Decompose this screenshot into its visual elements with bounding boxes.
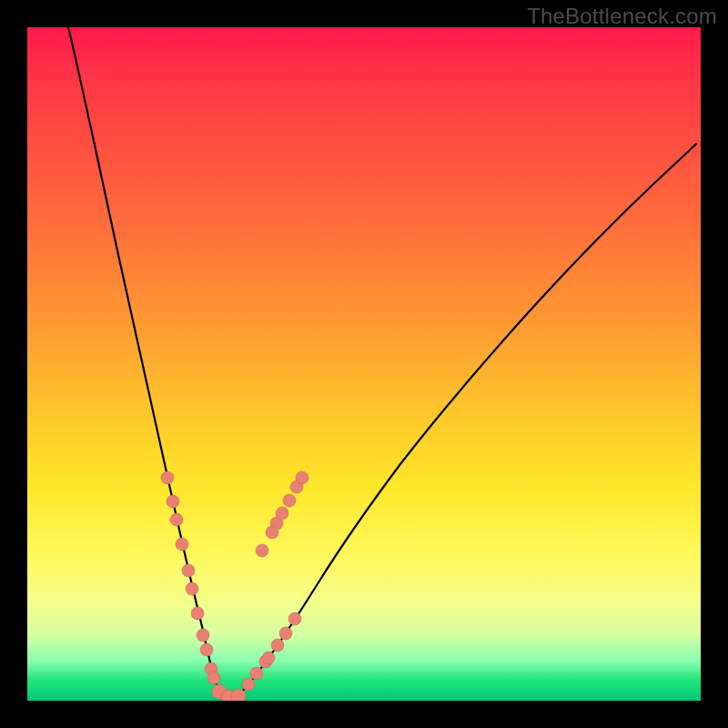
bead-marker [186,582,198,595]
bead-marker [262,652,275,664]
bead-marker [276,507,288,520]
bead-marker [288,612,301,625]
bead-marker [161,471,174,484]
bead-marker [167,495,179,508]
bead-marker [207,672,220,684]
bead-marker [296,471,308,484]
curve-svg [27,27,701,701]
bead-marker [250,667,263,680]
bead-marker [256,544,268,557]
bead-cluster [161,471,308,701]
bottleneck-curve [68,27,696,697]
bead-marker [242,678,255,691]
bead-marker [182,564,195,577]
bead-marker [176,538,188,551]
plot-area [27,27,701,701]
bead-marker [266,526,278,539]
bead-marker [283,494,296,507]
bead-marker [200,643,213,656]
bead-marker [191,607,204,620]
bead-marker [197,629,209,642]
watermark-text: TheBottleneck.com [527,4,717,29]
outer-frame: TheBottleneck.com [0,0,728,728]
bead-marker [279,627,292,640]
bead-marker [271,639,284,652]
bead-marker [170,513,183,526]
bead-marker [231,689,246,701]
